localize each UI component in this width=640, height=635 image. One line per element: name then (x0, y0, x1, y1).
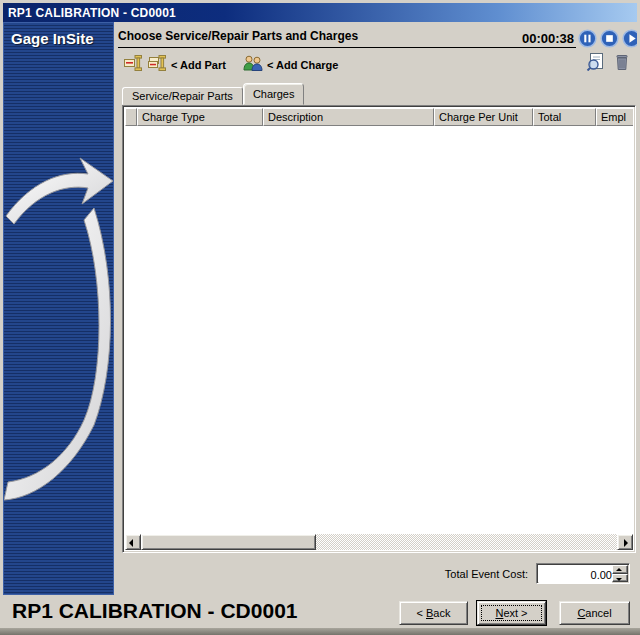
event-timer: 00:00:38 (522, 29, 637, 48)
column-header-charge-type[interactable]: Charge Type (137, 108, 263, 126)
scrollbar-thumb[interactable] (141, 534, 316, 550)
step-title: Choose Service/Repair Parts and Charges (118, 29, 358, 43)
header-divider (118, 47, 576, 48)
swoosh-graphic (4, 128, 114, 528)
timer-display: 00:00:38 (522, 31, 574, 46)
event-title: RP1 CALIBRATION - CD0001 (12, 599, 298, 623)
scroll-right-button[interactable] (617, 534, 633, 550)
tab-service-repair-parts[interactable]: Service/Repair Parts (122, 87, 243, 105)
spin-down-button[interactable] (612, 574, 628, 583)
total-event-cost-input[interactable] (539, 566, 612, 583)
tab-strip: Service/Repair PartsCharges (122, 83, 304, 105)
scroll-left-button[interactable] (125, 534, 141, 550)
app-logo: Gage InSite (4, 23, 113, 47)
next-button[interactable]: Next > (477, 601, 546, 625)
add-part-icon[interactable] (146, 54, 168, 74)
remove-part-icon[interactable] (122, 54, 144, 74)
wizard-page: Choose Service/Repair Parts and Charges … (114, 22, 637, 595)
column-header-total[interactable]: Total (533, 108, 596, 126)
grid-header-row: Charge TypeDescriptionCharge Per UnitTot… (125, 108, 633, 126)
column-header-charge-per-unit[interactable]: Charge Per Unit (434, 108, 533, 126)
window-titlebar[interactable]: RP1 CALIBRATION - CD0001 (3, 3, 637, 22)
window-bottom-edge (0, 628, 640, 635)
grid-body[interactable] (125, 126, 633, 534)
add-part-label[interactable]: < Add Part (171, 59, 226, 71)
scrollbar-track[interactable] (141, 534, 617, 550)
column-header-empl[interactable]: Empl (596, 108, 633, 126)
add-charge-icon[interactable] (242, 54, 264, 74)
total-event-cost-field (536, 563, 630, 584)
wizard-footer: RP1 CALIBRATION - CD0001 < Back Next > C… (0, 595, 640, 628)
timer-stop-button[interactable] (600, 29, 619, 48)
column-header-blank (125, 108, 137, 126)
column-header-description[interactable]: Description (263, 108, 434, 126)
delete-icon[interactable] (611, 53, 633, 73)
timer-play-button[interactable] (622, 29, 637, 48)
spinner (612, 565, 628, 582)
add-charge-label[interactable]: < Add Charge (267, 59, 338, 71)
branding-sidebar: Gage InSite (3, 22, 114, 595)
timer-pause-button[interactable] (578, 29, 597, 48)
preview-icon[interactable] (584, 53, 606, 73)
total-event-cost-label: Total Event Cost: (445, 568, 528, 580)
window-title: RP1 CALIBRATION - CD0001 (8, 6, 176, 20)
cancel-button[interactable]: Cancel (559, 601, 630, 625)
tab-charges[interactable]: Charges (243, 83, 305, 105)
horizontal-scrollbar (125, 534, 633, 550)
charges-grid-panel: Charge TypeDescriptionCharge Per UnitTot… (122, 105, 636, 553)
back-button[interactable]: < Back (399, 601, 468, 625)
application-window: RP1 CALIBRATION - CD0001 Gage InSite Cho… (0, 0, 640, 635)
totals-row: Total Event Cost: (114, 563, 630, 584)
spin-up-button[interactable] (612, 565, 628, 574)
